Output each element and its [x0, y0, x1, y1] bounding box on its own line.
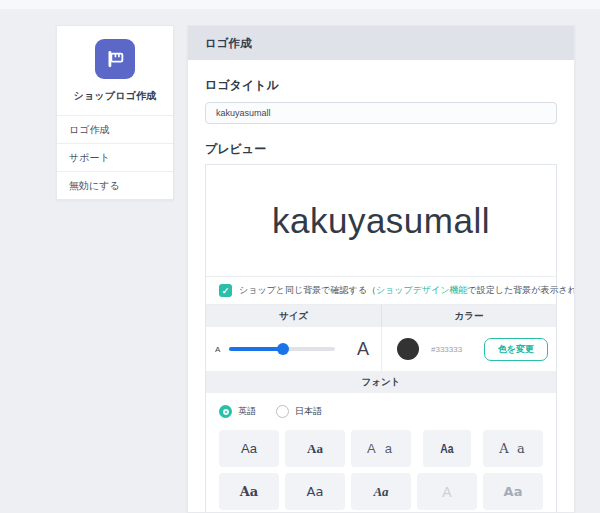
- settings-panel: kakuyasumall ✓ ショップと同じ背景で確認する（ショップデザイン機能…: [205, 164, 557, 513]
- font-sample-label: A a: [367, 441, 395, 456]
- size-header: サイズ: [206, 305, 381, 327]
- font-tile[interactable]: Aa: [423, 430, 471, 467]
- font-sample-label: Aa: [241, 441, 257, 456]
- radio-dot-icon: [276, 405, 289, 418]
- color-swatch: [397, 338, 419, 360]
- sidebar-item-disable[interactable]: 無効にする: [57, 171, 173, 199]
- main-panel: ロゴ作成 ロゴタイトル プレビュー kakuyasumall ✓ ショップと同じ…: [187, 25, 575, 513]
- sidebar-app-header: ショップロゴ作成: [57, 26, 173, 115]
- size-color-header-row: サイズ カラー: [206, 305, 556, 327]
- sidebar: ショップロゴ作成 ロゴ作成 サポート 無効にする: [56, 25, 174, 200]
- sidebar-item-label: 無効にする: [69, 179, 120, 193]
- font-section: 英語 日本語 AaAaA aAaA aAaAaAaAAaA aAaAaAoAa: [206, 393, 556, 513]
- color-header: カラー: [381, 305, 556, 327]
- logo-title-label: ロゴタイトル: [205, 77, 557, 94]
- font-sample-label: Aa: [440, 441, 453, 456]
- font-header: フォント: [206, 371, 556, 393]
- sidebar-item-label: ロゴ作成: [69, 123, 109, 137]
- font-sample-label: Aa: [504, 484, 523, 499]
- sidebar-item-support[interactable]: サポート: [57, 143, 173, 171]
- font-tile[interactable]: Aa: [285, 473, 345, 510]
- logo-title-input[interactable]: [205, 102, 557, 124]
- size-slider-fill: [229, 347, 283, 351]
- font-sample-label: A: [442, 484, 451, 500]
- sidebar-item-label: サポート: [69, 151, 110, 165]
- preview-label: プレビュー: [205, 141, 557, 158]
- main-body: ロゴタイトル プレビュー kakuyasumall ✓ ショップと同じ背景で確認…: [188, 77, 574, 513]
- change-color-button[interactable]: 色を変更: [484, 338, 548, 361]
- size-min-label: A: [215, 345, 220, 354]
- size-control-cell: A A: [206, 327, 381, 371]
- font-grid: AaAaA aAaA aAaAaAaAAaA aAaAaAoAa: [219, 430, 543, 513]
- font-tile[interactable]: Aa: [351, 473, 411, 510]
- font-sample-label: Aa: [240, 484, 259, 499]
- size-color-controls-row: A A #333333 色を変更: [206, 327, 556, 371]
- font-tile[interactable]: Aa: [285, 430, 345, 467]
- radio-dot-icon: [219, 405, 232, 418]
- font-sample-label: A a: [499, 441, 526, 456]
- shop-sign-icon: [95, 39, 135, 79]
- logo-preview-area: kakuyasumall: [206, 165, 556, 277]
- radio-label: 日本語: [295, 405, 322, 418]
- color-control-cell: #333333 色を変更: [381, 327, 556, 371]
- font-sample-label: Aa: [373, 484, 388, 500]
- font-language-radio-row: 英語 日本語: [219, 405, 543, 418]
- sidebar-item-logo-create[interactable]: ロゴ作成: [57, 115, 173, 143]
- app-title: ショップロゴ作成: [57, 89, 173, 103]
- font-tile[interactable]: A a: [483, 430, 543, 467]
- font-sample-label: Aa: [307, 441, 323, 457]
- radio-english[interactable]: 英語: [219, 405, 256, 418]
- background-check-row: ✓ ショップと同じ背景で確認する（ショップデザイン機能で設定した背景が表示されま…: [206, 277, 556, 305]
- shop-design-link[interactable]: ショップデザイン機能: [376, 284, 468, 297]
- radio-japanese[interactable]: 日本語: [276, 405, 322, 418]
- font-sample-label: Aa: [307, 484, 324, 499]
- color-hex-value: #333333: [431, 345, 462, 354]
- size-max-label: A: [357, 339, 369, 360]
- radio-label: 英語: [238, 405, 256, 418]
- checkbox-label-suffix: で設定した背景が表示されます）: [468, 284, 575, 297]
- page-title: ロゴ作成: [188, 26, 574, 60]
- size-slider-handle[interactable]: [277, 343, 289, 355]
- size-slider[interactable]: [229, 347, 335, 351]
- font-tile[interactable]: A a: [351, 430, 411, 467]
- checkbox-label-prefix: ショップと同じ背景で確認する（: [239, 284, 376, 297]
- same-background-checkbox[interactable]: ✓: [219, 284, 232, 297]
- font-tile[interactable]: Aa: [219, 430, 279, 467]
- logo-preview-text: kakuyasumall: [272, 201, 490, 241]
- font-tile[interactable]: Aa: [483, 473, 543, 510]
- font-tile[interactable]: A: [417, 473, 477, 510]
- font-tile[interactable]: Aa: [219, 473, 279, 510]
